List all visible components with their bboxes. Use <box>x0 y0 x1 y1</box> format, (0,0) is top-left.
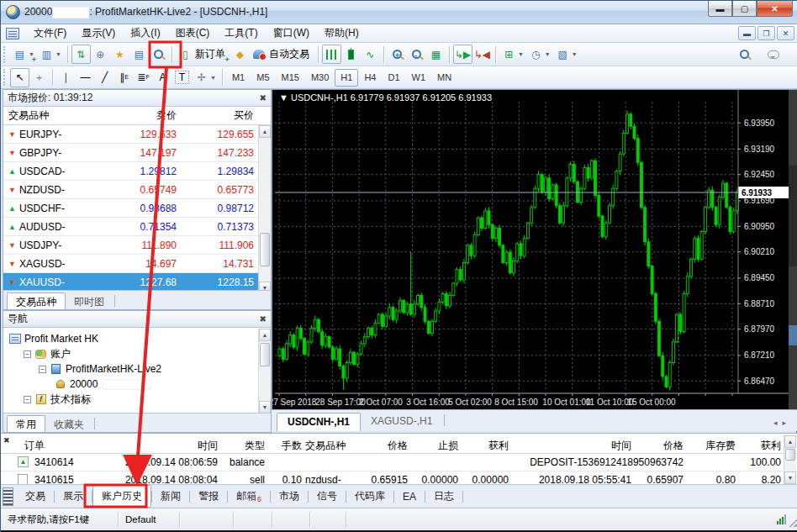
terminal-toggle[interactable]: ▤ <box>129 45 149 64</box>
terminal-column-8[interactable]: 时间 <box>512 439 631 453</box>
indicators-button[interactable]: ⊞▼ <box>499 45 526 64</box>
terminal-column-10[interactable]: 库存费 <box>687 439 736 453</box>
timeframe-h1-button[interactable]: H1 <box>335 69 358 87</box>
navigator-item[interactable]: Profit Market HK <box>8 331 271 346</box>
timeframe-m5-button[interactable]: M5 <box>251 69 275 87</box>
terminal-tab-0[interactable]: 交易 <box>17 486 54 507</box>
scroll-down-icon[interactable]: ▼ <box>784 471 796 484</box>
toolbar-grip[interactable] <box>3 46 8 63</box>
market-watch-row[interactable]: ▼GBPJPY-147.197147.233 <box>3 144 271 162</box>
tab-common[interactable]: 常用 <box>7 415 45 432</box>
search-icon[interactable] <box>735 45 754 64</box>
terminal-tab-5[interactable]: 邮箱6 <box>228 486 270 507</box>
scroll-up-icon[interactable]: ▲ <box>259 125 271 138</box>
autotrading-button[interactable]: 自动交易 <box>250 45 314 64</box>
data-window-toggle[interactable]: ⊕ <box>91 45 110 64</box>
terminal-row[interactable]: 34106152018.09.14 08:08:04sell0.10nzdusd… <box>1 471 797 484</box>
timeframe-m15-button[interactable]: M15 <box>276 69 305 87</box>
market-watch-row[interactable]: ▼USDJPY-111.890111.906 <box>3 236 271 255</box>
market-watch-row[interactable]: ▼XAUUSD-1227.681228.15 <box>3 273 271 292</box>
tile-windows-button[interactable]: ▦ <box>426 45 446 64</box>
terminal-tab-7[interactable]: 信号 <box>309 486 346 507</box>
terminal-column-3[interactable]: 手数 <box>268 439 302 453</box>
menu-item-4[interactable]: 工具(T) <box>217 24 265 41</box>
market-watch-row[interactable]: ▲AUDUSD-0.713540.71373 <box>3 218 271 236</box>
terminal-tab-1[interactable]: 展示 <box>55 486 92 507</box>
chart-tab-usdcnh[interactable]: USDCNH-,H1 <box>277 413 361 431</box>
terminal-column-7[interactable]: 获利 <box>462 439 509 453</box>
navigator-toggle[interactable]: ★ <box>110 45 129 64</box>
fibonacci-button[interactable]: ≣F <box>134 68 153 87</box>
title-bar[interactable]: 20000: ProfitMarketHK-Live2 - [USDCNH-,H… <box>1 1 797 24</box>
timeframe-mn-button[interactable]: MN <box>431 69 457 87</box>
terminal-column-11[interactable]: 获利 <box>739 439 781 453</box>
market-watch-header[interactable]: 市场报价: 01:39:12 ✖ <box>3 90 271 107</box>
scroll-up-icon[interactable]: ▲ <box>784 435 796 448</box>
terminal-column-4[interactable]: 交易品种 <box>305 439 359 453</box>
vertical-line-button[interactable]: ｜ <box>56 68 76 87</box>
periods-button[interactable]: ◷▼ <box>526 45 553 64</box>
arrows-button[interactable]: ✢▼ <box>192 68 219 87</box>
menu-item-2[interactable]: 插入(I) <box>123 24 167 41</box>
line-chart-button[interactable]: ∿ <box>361 45 380 64</box>
terminal-column-1[interactable]: 时间 <box>110 439 218 453</box>
metaeditor-button[interactable]: ◆ <box>230 45 250 64</box>
tree-expander-icon[interactable]: − <box>24 396 31 403</box>
navigator-item[interactable]: −ProfitMarketHK-Live2 <box>8 361 271 377</box>
market-watch-row[interactable]: ▼NZDUSD-0.657490.65773 <box>3 181 271 199</box>
text-button[interactable]: A <box>153 68 172 87</box>
terminal-column-2[interactable]: 类型 <box>221 439 265 453</box>
candlestick-chart-button[interactable] <box>341 45 361 64</box>
terminal-row[interactable]: ▲34106142018.09.14 08:06:59balance100.00… <box>1 454 797 471</box>
mdi-minimize-button[interactable]: ▬ <box>738 26 756 40</box>
navigator-scrollbar[interactable]: ▲ ▼ <box>258 329 271 413</box>
menu-item-0[interactable]: 文件(F) <box>26 24 74 41</box>
tab-symbols[interactable]: 交易品种 <box>7 292 66 309</box>
equidistant-channel-button[interactable]: ∥E <box>114 68 134 87</box>
market-watch-row[interactable]: ▼XAGUSD-14.69714.731 <box>3 255 271 273</box>
menu-item-3[interactable]: 图表(C) <box>168 24 218 41</box>
cursor-button[interactable]: ↖ <box>10 68 29 87</box>
status-profile[interactable]: Default <box>119 512 180 527</box>
market-watch-toggle[interactable]: ⇅ <box>71 45 91 64</box>
terminal-column-5[interactable]: 价格 <box>357 439 408 453</box>
new-order-button[interactable]: ▯+新订单 <box>176 45 230 64</box>
close-icon[interactable]: ✖ <box>260 93 267 103</box>
mdi-close-button[interactable]: ✕ <box>777 26 794 40</box>
tab-tick-chart[interactable]: 即时图 <box>66 292 113 309</box>
menu-item-5[interactable]: 窗口(W) <box>266 24 317 41</box>
terminal-grip-icon[interactable] <box>3 487 13 506</box>
navigator-item[interactable]: −f技术指标 <box>8 392 271 407</box>
timeframe-m1-button[interactable]: M1 <box>226 69 251 87</box>
templates-button[interactable]: ▧▼ <box>553 45 580 64</box>
toolbar-grip[interactable] <box>3 69 8 86</box>
chart-tab-xagusd[interactable]: XAGUSD-,H1 <box>361 413 442 431</box>
mdi-restore-button[interactable]: ❐ <box>757 26 775 40</box>
crosshair-button[interactable]: ＋ <box>29 68 49 87</box>
terminal-column-0[interactable]: 订单 <box>24 439 100 453</box>
timeframe-m30-button[interactable]: M30 <box>305 69 335 87</box>
timeframe-w1-button[interactable]: W1 <box>406 69 432 87</box>
horizontal-line-button[interactable]: — <box>76 68 95 87</box>
terminal-tab-4[interactable]: 警报 <box>190 486 227 507</box>
resize-grip[interactable] <box>787 517 797 527</box>
chat-icon[interactable] <box>763 45 783 64</box>
timeframe-d1-button[interactable]: D1 <box>382 69 405 87</box>
new-chart-button[interactable]: ▤+▼ <box>10 45 37 64</box>
tree-expander-icon[interactable]: − <box>39 366 46 373</box>
navigator-item[interactable]: −账户 <box>8 346 271 361</box>
chart-tab-scroll-icons[interactable]: ◂▸ <box>773 419 791 427</box>
terminal-scrollbar[interactable]: ▲ ▼ <box>784 435 796 484</box>
maximize-button[interactable]: ▢ <box>732 1 757 17</box>
zoom-in-button[interactable]: + <box>388 45 407 64</box>
terminal-column-9[interactable]: 价格 <box>635 439 684 453</box>
chart-window-icon[interactable] <box>6 28 19 40</box>
terminal-tab-9[interactable]: EA <box>394 487 425 506</box>
terminal-tab-2[interactable]: 账户历史 <box>92 485 151 508</box>
timeframe-h4-button[interactable]: H4 <box>358 69 382 87</box>
auto-scroll-button[interactable]: ↳▶ <box>453 45 472 64</box>
close-button[interactable]: ✕ <box>757 1 793 17</box>
zoom-out-button[interactable]: - <box>407 45 426 64</box>
menu-item-6[interactable]: 帮助(H) <box>317 24 367 41</box>
menu-item-1[interactable]: 显示(V) <box>74 24 123 41</box>
